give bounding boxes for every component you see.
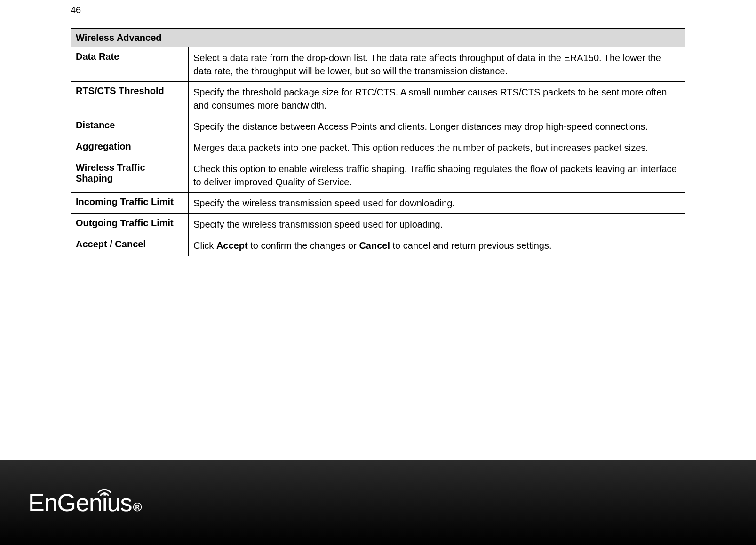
row-label-rts-cts: RTS/CTS Threshold xyxy=(71,82,189,116)
cancel-bold: Cancel xyxy=(359,240,390,251)
row-desc-accept-cancel: Click Accept to confirm the changes or C… xyxy=(189,235,685,256)
row-label-accept-cancel: Accept / Cancel xyxy=(71,235,189,256)
row-desc-data-rate: Select a data rate from the drop-down li… xyxy=(189,47,685,82)
desc-text: to confirm the changes or xyxy=(248,240,359,251)
accept-bold: Accept xyxy=(216,240,248,251)
table-row: Incoming Traffic Limit Specify the wirel… xyxy=(71,193,685,214)
table-header: Wireless Advanced xyxy=(71,29,685,47)
row-desc-traffic-shaping: Check this option to enable wireless tra… xyxy=(189,158,685,193)
engenius-logo: EnGen i us® xyxy=(28,489,142,517)
row-label-distance: Distance xyxy=(71,116,189,137)
page-number: 46 xyxy=(71,5,81,16)
logo-text-en: En xyxy=(28,489,57,517)
wireless-advanced-table: Wireless Advanced Data Rate Select a dat… xyxy=(71,28,685,256)
table-row: Wireless Traffic Shaping Check this opti… xyxy=(71,158,685,193)
logo-text-gen: Gen xyxy=(57,489,102,517)
row-desc-outgoing-limit: Specify the wireless transmission speed … xyxy=(189,214,685,235)
row-desc-aggregation: Merges data packets into one packet. Thi… xyxy=(189,137,685,158)
row-desc-incoming-limit: Specify the wireless transmission speed … xyxy=(189,193,685,214)
desc-text: to cancel and return previous settings. xyxy=(390,240,552,251)
table-row: RTS/CTS Threshold Specify the threshold … xyxy=(71,82,685,116)
row-label-traffic-shaping: Wireless Traffic Shaping xyxy=(71,158,189,193)
content-area: Wireless Advanced Data Rate Select a dat… xyxy=(0,0,756,256)
row-label-incoming-limit: Incoming Traffic Limit xyxy=(71,193,189,214)
row-desc-distance: Specify the distance between Access Poin… xyxy=(189,116,685,137)
page-footer: EnGen i us® xyxy=(0,460,756,545)
table-row: Aggregation Merges data packets into one… xyxy=(71,137,685,158)
row-label-outgoing-limit: Outgoing Traffic Limit xyxy=(71,214,189,235)
table-header-row: Wireless Advanced xyxy=(71,29,685,47)
row-label-data-rate: Data Rate xyxy=(71,47,189,82)
row-desc-rts-cts: Specify the threshold package size for R… xyxy=(189,82,685,116)
table-row: Data Rate Select a data rate from the dr… xyxy=(71,47,685,82)
desc-text: Click xyxy=(193,240,216,251)
table-row: Distance Specify the distance between Ac… xyxy=(71,116,685,137)
table-row: Outgoing Traffic Limit Specify the wirel… xyxy=(71,214,685,235)
wifi-icon xyxy=(96,475,112,504)
table-row: Accept / Cancel Click Accept to confirm … xyxy=(71,235,685,256)
logo-i-wrap: i xyxy=(102,489,107,517)
logo-registered: ® xyxy=(133,500,141,514)
row-label-aggregation: Aggregation xyxy=(71,137,189,158)
